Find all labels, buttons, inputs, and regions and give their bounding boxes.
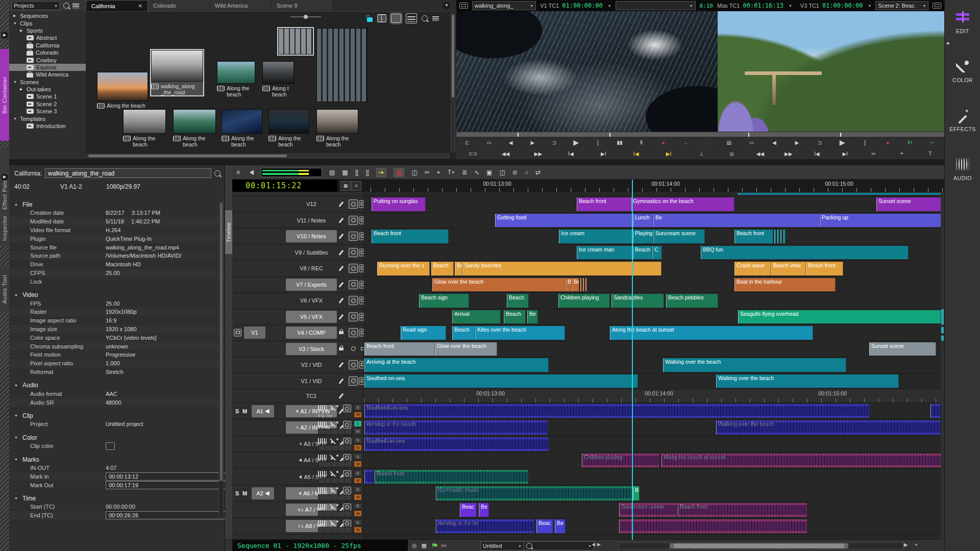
timeline-search-box[interactable]: ▼ bbox=[524, 541, 594, 550]
inspector-search-icon[interactable] bbox=[214, 170, 220, 177]
segment-insert-button[interactable]: ▥ bbox=[394, 168, 404, 177]
workspace-audio[interactable]: AUDIO bbox=[945, 158, 980, 181]
clip-name-input[interactable] bbox=[45, 168, 211, 178]
track-header-tc1[interactable]: TC1 bbox=[232, 389, 364, 403]
transport-[interactable]: Ⅰ◀ bbox=[567, 151, 575, 157]
transport--green[interactable]: ‖+ bbox=[906, 140, 914, 145]
waveform-icon[interactable] bbox=[318, 504, 327, 510]
clip-segment[interactable] bbox=[583, 278, 584, 292]
track-power-icon[interactable] bbox=[349, 232, 358, 241]
waveform-icon[interactable] bbox=[318, 421, 327, 427]
transport-[interactable]: ▶▶ bbox=[534, 151, 542, 157]
transport-[interactable]: ▶ bbox=[838, 138, 846, 146]
dropdown-walking-along[interactable]: walking_along_▼ bbox=[472, 1, 536, 10]
track-power-icon[interactable] bbox=[349, 199, 358, 209]
clip-color-checkbox[interactable] bbox=[106, 442, 115, 450]
clip-beach-view[interactable]: Beach view bbox=[771, 262, 806, 276]
disclosure-triangle-icon[interactable]: ▼ bbox=[13, 117, 17, 120]
solo-mini-button[interactable]: S bbox=[354, 454, 362, 460]
speaker-icon[interactable] bbox=[297, 459, 302, 462]
track-name-button[interactable]: V10 / Notes bbox=[286, 230, 337, 242]
clip-beach[interactable]: Beach bbox=[507, 294, 529, 308]
bin-tab-wild-america[interactable]: Wild America bbox=[210, 0, 272, 11]
bin-tree-item-wild-america[interactable]: Wild America bbox=[9, 71, 86, 78]
waveform-icon[interactable] bbox=[318, 405, 327, 411]
clip-be[interactable]: Be bbox=[653, 214, 820, 228]
pencil-icon[interactable] bbox=[338, 298, 344, 304]
clip-sunset-scene[interactable]: Sunset scene bbox=[876, 197, 944, 211]
pencil-icon[interactable] bbox=[338, 202, 344, 207]
waveform-icon[interactable] bbox=[318, 455, 327, 460]
bin-tree-item-clips[interactable]: ▼Clips bbox=[9, 19, 86, 27]
mute-mini-button[interactable]: M bbox=[354, 527, 362, 533]
bin-vertical-scrollbar[interactable] bbox=[451, 13, 455, 152]
bin-tree-item-equinox[interactable]: Equinox bbox=[9, 64, 86, 71]
track-content-v9[interactable]: Ice cream manBeachCBBQ fun bbox=[364, 245, 944, 261]
property-input[interactable]: 00:00:17:19 bbox=[106, 481, 228, 489]
bin-tree-item-abstract[interactable]: Abstract bbox=[9, 34, 86, 41]
track-power-icon[interactable] bbox=[343, 520, 351, 528]
ruler-grid-button[interactable]: ▦ bbox=[340, 181, 351, 191]
automation-icon[interactable] bbox=[330, 405, 339, 411]
track-name-button[interactable]: V7 / Experts bbox=[286, 279, 337, 291]
transport-[interactable]: ▭ bbox=[748, 140, 756, 145]
clip-segment[interactable] bbox=[585, 278, 587, 292]
record-monitor-video[interactable] bbox=[718, 11, 944, 132]
speaker-icon[interactable] bbox=[293, 409, 298, 413]
clip-segment[interactable] bbox=[780, 230, 782, 243]
transport-[interactable]: ▶Ⅰ bbox=[841, 151, 849, 157]
toolbar-icon-[interactable]: ∿ bbox=[474, 169, 479, 176]
transport-[interactable]: ▭ bbox=[485, 140, 493, 145]
track-name-button[interactable]: V4 / COMP bbox=[286, 327, 337, 339]
clip-southed-on-sea[interactable]: Southed-on-sea bbox=[364, 437, 549, 451]
transport--red[interactable]: → bbox=[703, 140, 711, 145]
clip-b[interactable]: B bbox=[566, 278, 572, 292]
bin-tree-item-scene-2[interactable]: Scene 2 bbox=[9, 101, 86, 108]
transport-[interactable]: Ⅱ bbox=[638, 140, 646, 145]
track-power-icon[interactable] bbox=[343, 454, 351, 462]
track-content-a5[interactable]: Beach front bbox=[364, 469, 944, 485]
clip-arriving-at-the-beach[interactable]: Arriving at the beach bbox=[364, 358, 549, 372]
bin-menu-button[interactable]: ▼ bbox=[443, 2, 450, 9]
clip-beach[interactable]: Beach bbox=[431, 262, 454, 276]
clip-walking-over-the-beach[interactable]: Walking over the beach bbox=[716, 374, 899, 388]
transport-[interactable]: ◀ bbox=[507, 140, 515, 145]
ruler-list-button[interactable]: ≡ bbox=[351, 181, 361, 191]
transport-[interactable]: ▶ bbox=[528, 140, 536, 145]
track-header-a2[interactable]: A2 / INTVWSM bbox=[232, 419, 364, 435]
toolbar-icon-[interactable]: ⇄ bbox=[535, 169, 541, 176]
track-content-v11[interactable]: Getting foodLunchBePacking up bbox=[364, 213, 944, 229]
clip-be[interactable]: Be bbox=[572, 278, 579, 292]
waveform-icon[interactable] bbox=[318, 438, 327, 444]
close-icon[interactable]: ✕ bbox=[138, 3, 142, 9]
track-header-v9[interactable]: V9 / Subtitles bbox=[232, 245, 364, 261]
track-power-icon[interactable] bbox=[349, 377, 358, 386]
transport-[interactable]: ⊂⊃ bbox=[469, 151, 477, 157]
workspace-color[interactable]: COLOR bbox=[945, 60, 980, 83]
clip-beach[interactable]: Beach bbox=[452, 326, 475, 340]
track-content-v10[interactable]: Beach frontIce creamPlayingSuncream scen… bbox=[364, 229, 944, 244]
clip-putting-on-sunglas[interactable]: Putting on sunglas bbox=[372, 197, 426, 211]
timeline-horizontal-scrollbar[interactable] bbox=[618, 542, 903, 549]
solo-button[interactable]: S bbox=[235, 490, 239, 496]
track-header-v1[interactable]: V1 / VID bbox=[232, 373, 364, 389]
track-power-icon[interactable] bbox=[349, 328, 358, 337]
track-power-icon[interactable] bbox=[343, 470, 351, 478]
clip-card-along-the-beach[interactable]: Along the beach bbox=[123, 109, 166, 147]
toolbar-icon-[interactable]: ◫ bbox=[499, 169, 505, 176]
clip-segment[interactable] bbox=[364, 470, 374, 484]
clip-card-along-the-beach[interactable]: Along the beach bbox=[217, 61, 255, 97]
disclosure-triangle-icon[interactable]: ▼ bbox=[14, 293, 18, 297]
transport-[interactable]: ▶ bbox=[572, 138, 580, 146]
pencil-icon[interactable] bbox=[338, 249, 344, 255]
pencil-icon[interactable] bbox=[338, 234, 344, 239]
section-header[interactable]: ▼File bbox=[9, 201, 225, 209]
clip-card-along-the-beach[interactable]: Along the beach bbox=[173, 109, 216, 147]
track-content-a2[interactable]: Arriving at the beachWalking over the be… bbox=[364, 419, 944, 435]
track-name-button[interactable]: V9 / Subtitles bbox=[286, 246, 337, 259]
track-name-button[interactable]: V11 / Notes bbox=[286, 214, 337, 227]
mute-mini-button[interactable]: M bbox=[354, 478, 362, 484]
bin-container-tab[interactable]: Bin Container bbox=[0, 49, 9, 141]
clip-packing-up[interactable]: Packing up bbox=[820, 214, 944, 228]
bin-tree-item-sports[interactable]: ▶Sports bbox=[9, 27, 86, 34]
